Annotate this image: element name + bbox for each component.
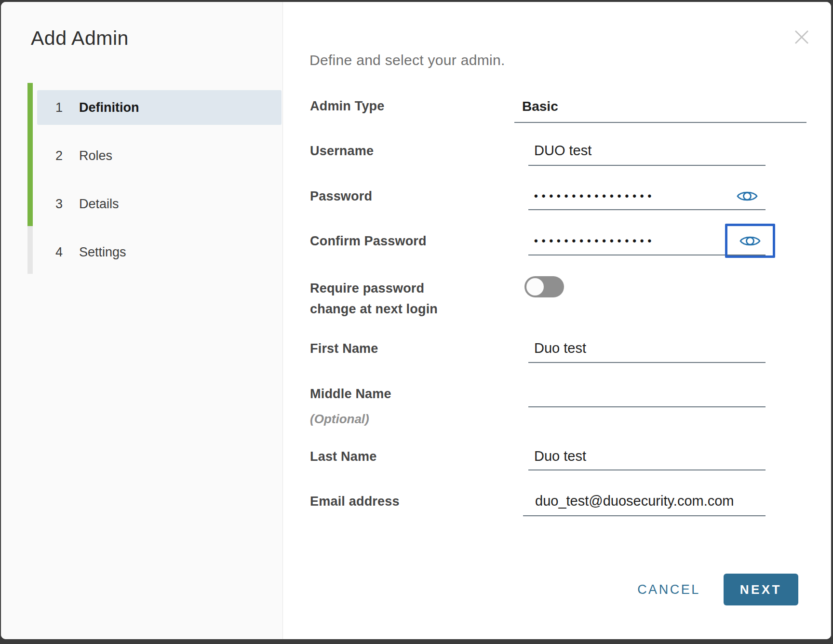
email-label: Email address <box>310 493 400 510</box>
require-password-change-label: Require password change at next login <box>310 278 438 320</box>
last-name-label: Last Name <box>310 448 376 465</box>
wizard-progress-bar <box>27 83 33 274</box>
first-name-input[interactable]: Duo test <box>534 340 586 356</box>
email-input[interactable]: duo_test@duosecurity.com.com <box>535 493 734 509</box>
progress-segment-remaining <box>27 226 33 274</box>
username-label: Username <box>310 143 374 159</box>
confirm-password-underline <box>528 255 766 255</box>
password-input[interactable]: •••••••••••••••• <box>534 188 655 204</box>
toggle-knob <box>526 278 544 295</box>
step-label: Definition <box>79 100 139 115</box>
step-number: 4 <box>55 245 79 260</box>
last-name-underline <box>528 470 766 470</box>
wizard-sidebar: Add Admin 1 Definition 2 Roles 3 Details… <box>1 2 283 639</box>
middle-name-underline <box>528 406 766 407</box>
next-button[interactable]: NEXT <box>724 574 798 605</box>
middle-name-label: Middle Name <box>310 386 391 402</box>
password-underline <box>528 209 766 210</box>
step-number: 3 <box>55 197 79 212</box>
cancel-button[interactable]: CANCEL <box>635 582 702 597</box>
dialog-footer: CANCEL NEXT <box>635 574 798 605</box>
step-label: Roles <box>79 148 112 163</box>
wizard-step-details[interactable]: 3 Details <box>37 187 282 221</box>
admin-type-underline <box>514 122 806 123</box>
step-label: Settings <box>79 245 126 260</box>
show-password-button[interactable] <box>736 188 758 204</box>
confirm-password-label: Confirm Password <box>310 233 427 249</box>
admin-type-value[interactable]: Basic <box>522 98 558 115</box>
password-label: Password <box>310 188 372 204</box>
middle-name-optional-note: (Optional) <box>310 411 369 427</box>
wizard-step-definition[interactable]: 1 Definition <box>37 90 282 125</box>
username-input[interactable]: DUO test <box>534 142 591 159</box>
step-subtitle: Define and select your admin. <box>309 52 505 68</box>
require-password-change-toggle[interactable] <box>524 276 564 297</box>
first-name-underline <box>528 362 766 363</box>
first-name-label: First Name <box>310 340 378 357</box>
progress-segment-complete <box>27 83 33 226</box>
add-admin-dialog: Add Admin 1 Definition 2 Roles 3 Details… <box>1 2 831 639</box>
confirm-password-input[interactable]: •••••••••••••••• <box>534 233 655 249</box>
wizard-step-settings[interactable]: 4 Settings <box>37 235 282 269</box>
eye-icon <box>736 198 758 205</box>
email-underline <box>523 515 766 516</box>
eye-icon <box>739 243 761 250</box>
dialog-title: Add Admin <box>31 27 129 50</box>
step-number: 1 <box>55 100 79 115</box>
close-icon <box>794 39 809 46</box>
username-underline <box>528 165 766 166</box>
close-button[interactable] <box>794 29 809 45</box>
last-name-input[interactable]: Duo test <box>534 448 586 464</box>
definition-step-panel: Define and select your admin. Admin Type… <box>283 2 831 639</box>
wizard-step-roles[interactable]: 2 Roles <box>37 138 282 173</box>
step-label: Details <box>79 197 119 212</box>
admin-type-label: Admin Type <box>310 98 385 114</box>
step-number: 2 <box>55 148 79 163</box>
show-confirm-password-button[interactable] <box>739 233 761 249</box>
